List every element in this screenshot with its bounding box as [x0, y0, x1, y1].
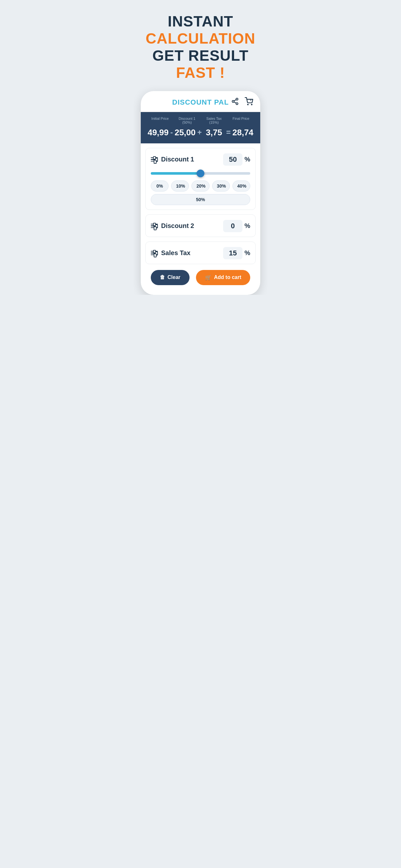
header-icons: 0: [230, 97, 254, 108]
share-icon: [231, 97, 239, 105]
discount1-slider-container: [151, 170, 250, 176]
hero-fast: FAST !: [176, 64, 225, 81]
sales-tax-value-group: 15 %: [223, 247, 250, 259]
cart-header-icon: 0: [245, 97, 253, 105]
discount2-header: Discount 2 0 %: [151, 220, 250, 232]
hero-instant: INSTANT: [168, 13, 234, 30]
discount2-sliders-icon: [151, 224, 158, 228]
initial-price-value: 49,99: [147, 128, 170, 137]
hero-calculation: CALCULATION: [146, 30, 255, 47]
discount2-value-group: 0 %: [223, 220, 250, 232]
cart-add-icon: 🛒: [205, 275, 212, 281]
label-discount1: Discount 1 (50%): [174, 117, 201, 124]
svg-line-3: [234, 102, 236, 103]
discount2-label-group: Discount 2: [151, 222, 194, 229]
sales-tax-pct-symbol: %: [244, 249, 250, 257]
discount1-slider[interactable]: [151, 172, 250, 175]
summary-values: 49,99 - 25,00 + 3,75 = 28,74: [147, 128, 254, 137]
svg-point-6: [251, 104, 252, 104]
share-button[interactable]: [230, 97, 240, 108]
discount1-value-group: 50 %: [223, 153, 250, 166]
discount2-pct-symbol: %: [244, 222, 250, 229]
hero-get-result: GET RESULT: [152, 47, 249, 64]
action-row: 🗑 Clear 🛒 Add to cart: [145, 270, 256, 285]
tax-value: 3,75: [203, 128, 226, 137]
discount1-card: Discount 1 50 % 0% 10% 20% 30% 40% 50%: [145, 148, 256, 210]
hero-section: INSTANT CALCULATION GET RESULT FAST !: [134, 0, 267, 91]
app-title: DISCOUNT PAL: [172, 98, 228, 106]
discount2-label: Discount 2: [161, 222, 194, 229]
sales-tax-value-box[interactable]: 15: [223, 247, 243, 259]
sales-tax-label-group: Sales Tax: [151, 249, 190, 257]
quick-btn-50[interactable]: 50%: [151, 194, 250, 205]
quick-btn-30[interactable]: 30%: [212, 181, 230, 191]
summary-bar: Initial Price Discount 1 (50%) Sales Tax…: [141, 112, 260, 144]
cart-header-button[interactable]: 0: [244, 97, 254, 108]
content-area: Discount 1 50 % 0% 10% 20% 30% 40% 50%: [141, 148, 260, 285]
discount2-value-box[interactable]: 0: [223, 220, 243, 232]
discount1-quick-buttons: 0% 10% 20% 30% 40% 50%: [151, 181, 250, 205]
discount1-label: Discount 1: [161, 156, 194, 163]
label-sales-tax: Sales Tax (15%): [201, 117, 227, 124]
clear-button[interactable]: 🗑 Clear: [151, 270, 189, 285]
sales-tax-sliders-icon: [151, 251, 158, 255]
minus-op: -: [170, 128, 174, 137]
app-header: DISCOUNT PAL 0: [141, 91, 260, 112]
discount1-header: Discount 1 50 %: [151, 153, 250, 166]
final-price-value: 28,74: [232, 128, 255, 137]
svg-line-4: [234, 99, 236, 101]
phone-shell: DISCOUNT PAL 0: [141, 91, 260, 295]
discount2-card: Discount 2 0 %: [145, 214, 256, 237]
quick-btn-40[interactable]: 40%: [233, 181, 250, 191]
svg-point-5: [248, 104, 248, 104]
quick-btn-10[interactable]: 10%: [171, 181, 189, 191]
sales-tax-label: Sales Tax: [161, 249, 190, 257]
hero-line-1: INSTANT CALCULATION: [143, 13, 258, 47]
discount-value: 25,00: [174, 128, 197, 137]
hero-line-2: GET RESULT FAST !: [143, 47, 258, 82]
plus-op: +: [197, 128, 203, 137]
svg-text:0: 0: [250, 98, 251, 101]
sales-tax-card: Sales Tax 15 %: [145, 242, 256, 264]
equals-op: =: [226, 128, 232, 137]
discount1-pct-symbol: %: [244, 156, 250, 163]
quick-btn-20[interactable]: 20%: [191, 181, 209, 191]
add-to-cart-button[interactable]: 🛒 Add to cart: [196, 270, 250, 285]
clear-label: Clear: [167, 275, 181, 280]
label-initial-price: Initial Price: [147, 117, 174, 124]
trash-icon: 🗑: [160, 275, 165, 280]
discount1-label-group: Discount 1: [151, 156, 194, 163]
discount1-sliders-icon: [151, 157, 158, 162]
label-final-price: Final Price: [227, 117, 255, 124]
add-cart-label: Add to cart: [214, 275, 241, 280]
discount1-value-box[interactable]: 50: [223, 153, 243, 166]
sales-tax-header: Sales Tax 15 %: [151, 247, 250, 259]
summary-labels: Initial Price Discount 1 (50%) Sales Tax…: [147, 117, 254, 124]
quick-btn-0[interactable]: 0%: [151, 181, 168, 191]
